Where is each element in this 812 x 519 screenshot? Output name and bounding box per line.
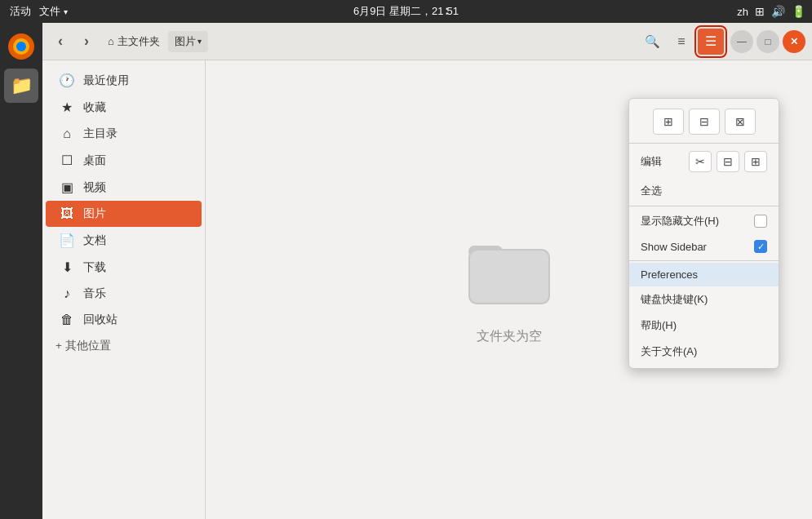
sidebar-label-music: 音乐 <box>83 286 106 301</box>
grid-view-button[interactable]: ⊞ <box>653 109 684 135</box>
menu-item-help[interactable]: 帮助(H) <box>629 313 779 339</box>
preferences-label: Preferences <box>641 268 698 281</box>
cut-button[interactable]: ✂ <box>689 151 712 172</box>
breadcrumb-arrow-icon: ▾ <box>197 37 202 46</box>
edit-label: 编辑 <box>641 154 662 169</box>
search-icon: 🔍 <box>645 34 660 49</box>
sidebar-item-documents[interactable]: 📄 文档 <box>46 227 202 254</box>
list-view-icon: ≡ <box>677 34 685 49</box>
back-button[interactable]: ‹ <box>49 30 72 53</box>
paste-button[interactable]: ⊞ <box>744 151 767 172</box>
sidebar-item-pictures[interactable]: 🖼 图片 <box>46 201 202 227</box>
home-dir-icon: ⌂ <box>59 126 75 141</box>
search-button[interactable]: 🔍 <box>639 29 665 55</box>
lang-indicator[interactable]: zh <box>737 6 748 18</box>
trash-icon: 🗑 <box>59 313 75 327</box>
sidebar-item-music[interactable]: ♪ 音乐 <box>46 281 202 307</box>
other-view-icon: ⊠ <box>735 115 745 128</box>
app-menu[interactable]: 文件 ▾ <box>39 4 68 19</box>
menu-item-show-hidden[interactable]: 显示隐藏文件(H) <box>629 208 779 234</box>
list-view2-icon: ⊟ <box>699 115 709 128</box>
sidebar-item-other-places[interactable]: + 其他位置 <box>42 333 205 359</box>
sidebar-item-desktop[interactable]: ☐ 桌面 <box>46 147 202 174</box>
menu-separator-1 <box>629 143 779 144</box>
sidebar-item-home[interactable]: ⌂ 主目录 <box>46 121 202 147</box>
select-all-label: 全选 <box>641 184 662 198</box>
sidebar-label-videos: 视频 <box>83 180 106 195</box>
sidebar-item-favorites[interactable]: ★ 收藏 <box>46 94 202 121</box>
sidebar-label-desktop: 桌面 <box>83 153 106 168</box>
show-sidebar-checkbox[interactable]: ✓ <box>754 240 767 253</box>
menu-item-about[interactable]: 关于文件(A) <box>629 339 779 365</box>
sidebar-label-documents: 文档 <box>83 233 106 248</box>
menu-item-keyboard-shortcuts[interactable]: 键盘快捷键(K) <box>629 286 779 313</box>
menu-section-edit: 编辑 ✂ ⊟ ⊞ <box>629 145 779 178</box>
empty-folder-icon <box>468 234 550 318</box>
close-button[interactable]: ✕ <box>783 30 805 53</box>
breadcrumb: ⌂ 主文件夹 图片 ▾ <box>101 31 636 52</box>
sidebar-label-pictures: 图片 <box>83 206 106 221</box>
main-content: 文件夹为空 ⊞ ⊟ ⊠ <box>206 60 812 519</box>
minimize-button[interactable]: — <box>730 30 753 53</box>
breadcrumb-current[interactable]: 图片 ▾ <box>168 31 208 52</box>
maximize-button[interactable]: □ <box>757 30 779 53</box>
show-hidden-label: 显示隐藏文件(H) <box>641 214 719 228</box>
network-icon: ⊞ <box>755 5 765 18</box>
taskbar-left: 活动 文件 ▾ <box>7 4 68 19</box>
show-hidden-checkbox[interactable] <box>754 215 767 228</box>
sidebar-item-downloads[interactable]: ⬇ 下载 <box>46 254 202 281</box>
cut-icon: ✂ <box>695 155 705 168</box>
dock: 📁 <box>0 23 42 519</box>
menu-item-select-all[interactable]: 全选 <box>629 178 779 204</box>
menu-item-preferences[interactable]: Preferences <box>629 263 779 286</box>
desktop-icon: ☐ <box>59 153 75 168</box>
forward-button[interactable]: › <box>75 30 98 53</box>
recent-icon: 🕐 <box>59 73 75 88</box>
battery-icon: 🔋 <box>792 5 805 18</box>
documents-icon: 📄 <box>59 233 75 248</box>
empty-folder-indicator: 文件夹为空 <box>468 234 550 345</box>
view-toggle-button[interactable]: ≡ <box>668 29 694 55</box>
dock-item-files[interactable]: 📁 <box>4 69 38 103</box>
activities-button[interactable]: 活动 <box>7 4 34 19</box>
sidebar-item-trash[interactable]: 🗑 回收站 <box>46 307 202 333</box>
favorites-icon: ★ <box>59 100 75 115</box>
show-sidebar-label: Show Sidebar <box>641 241 707 253</box>
breadcrumb-home[interactable]: ⌂ 主文件夹 <box>101 31 166 52</box>
svg-point-2 <box>16 42 26 51</box>
menu-button[interactable]: ☰ <box>698 29 724 55</box>
menu-separator-2 <box>629 206 779 206</box>
sidebar-label-trash: 回收站 <box>83 313 118 327</box>
help-label: 帮助(H) <box>641 318 677 333</box>
other-view-button[interactable]: ⊠ <box>725 109 756 135</box>
hamburger-icon: ☰ <box>705 33 717 49</box>
sidebar-label-home: 主目录 <box>83 126 118 141</box>
taskbar: 活动 文件 ▾ 6月9日 星期二，21∶51 zh ⊞ 🔊 🔋 <box>0 0 812 23</box>
list-view2-button[interactable]: ⊟ <box>689 109 720 135</box>
menu-separator-3 <box>629 260 779 261</box>
menu-view-icons-row: ⊞ ⊟ ⊠ <box>629 102 779 141</box>
downloads-icon: ⬇ <box>59 260 75 275</box>
dropdown-menu: ⊞ ⊟ ⊠ 编辑 ✂ <box>628 98 779 369</box>
header-actions: 🔍 ≡ ☰ <box>639 29 724 55</box>
window-controls: — □ ✕ <box>730 30 805 53</box>
sidebar-item-videos[interactable]: ▣ 视频 <box>46 174 202 201</box>
music-icon: ♪ <box>59 286 75 301</box>
about-label: 关于文件(A) <box>641 344 697 359</box>
menu-item-show-sidebar[interactable]: Show Sidebar ✓ <box>629 234 779 259</box>
keyboard-shortcuts-label: 键盘快捷键(K) <box>641 292 708 307</box>
videos-icon: ▣ <box>59 180 75 195</box>
volume-icon[interactable]: 🔊 <box>771 5 785 18</box>
paste-icon: ⊞ <box>751 155 761 168</box>
sidebar-label-recent: 最近使用 <box>83 73 129 88</box>
dock-item-firefox[interactable] <box>4 29 38 64</box>
pictures-icon: 🖼 <box>59 206 75 221</box>
sidebar-item-recent[interactable]: 🕐 最近使用 <box>46 67 202 94</box>
app-menu-arrow: ▾ <box>64 7 68 16</box>
taskbar-right: zh ⊞ 🔊 🔋 <box>737 5 805 18</box>
content-area: 🕐 最近使用 ★ 收藏 ⌂ 主目录 ☐ 桌面 ▣ 视频 🖼 图片 <box>42 60 812 519</box>
breadcrumb-current-label: 图片 <box>175 34 196 49</box>
file-manager: ‹ › ⌂ 主文件夹 图片 ▾ 🔍 ≡ ☰ — □ <box>42 23 812 519</box>
copy-button[interactable]: ⊟ <box>717 151 739 172</box>
app-menu-label: 文件 <box>39 4 60 19</box>
